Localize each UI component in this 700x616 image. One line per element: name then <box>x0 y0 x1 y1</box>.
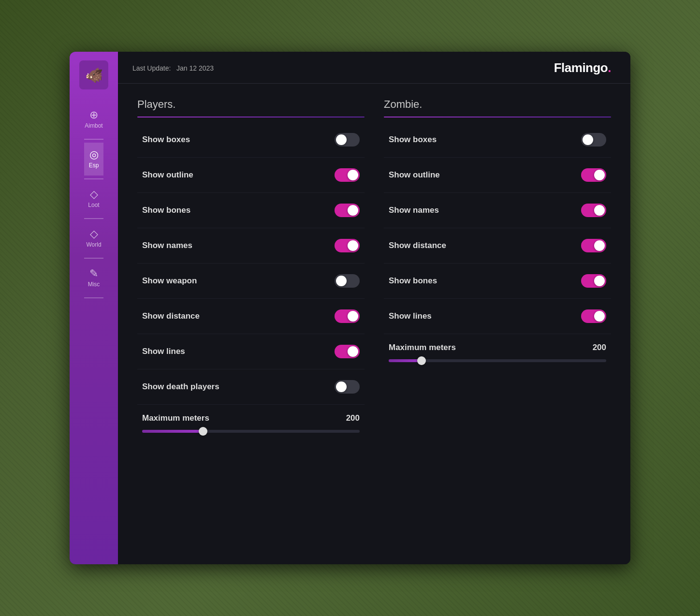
players-slider-fill <box>142 430 203 433</box>
zombie-show-outline-knob <box>594 170 605 180</box>
brand-dot: . <box>608 60 611 75</box>
sidebar-item-world[interactable]: ◇ World <box>84 222 103 255</box>
nav-divider-2 <box>84 178 103 179</box>
zombie-show-distance-knob <box>594 240 605 251</box>
players-show-outline-knob <box>348 170 358 180</box>
players-show-boxes-toggle[interactable] <box>335 133 360 147</box>
zombie-show-lines-toggle[interactable] <box>581 309 606 323</box>
zombie-show-boxes-row: Show boxes <box>384 122 611 158</box>
zombie-show-lines-knob <box>594 311 605 322</box>
players-show-distance-knob <box>348 311 358 322</box>
players-show-distance-toggle[interactable] <box>335 309 360 323</box>
sidebar-label-misc: Misc <box>88 281 100 288</box>
players-show-distance-row: Show distance <box>137 299 365 334</box>
sidebar-item-loot[interactable]: ◇ Loot <box>84 182 103 215</box>
loot-icon: ◇ <box>90 189 98 200</box>
players-show-lines-toggle[interactable] <box>335 345 360 358</box>
players-show-death-toggle[interactable] <box>335 380 360 394</box>
players-show-outline-toggle[interactable] <box>335 168 360 182</box>
zombie-show-names-row: Show names <box>384 193 611 228</box>
misc-icon: ✎ <box>89 268 98 279</box>
last-update-date: Jan 12 2023 <box>176 64 214 72</box>
players-show-death-toggle-wrapper <box>335 380 360 394</box>
svg-text:🐗: 🐗 <box>85 67 103 84</box>
zombie-show-outline-label: Show outline <box>389 170 440 180</box>
players-show-bones-knob <box>348 205 358 216</box>
players-show-boxes-toggle-wrapper <box>335 133 360 147</box>
sidebar-nav: ⊕ Aimbot ◎ Esp ◇ Loot ◇ World ✎ Misc <box>84 98 103 564</box>
players-show-boxes-row: Show boxes <box>137 122 365 158</box>
players-show-lines-row: Show lines <box>137 334 365 369</box>
zombie-show-bones-toggle[interactable] <box>581 274 606 288</box>
aimbot-icon: ⊕ <box>89 110 98 120</box>
content-area: Players. Show boxes Show outline <box>118 84 630 564</box>
zombie-show-distance-toggle[interactable] <box>581 239 606 252</box>
players-slider-thumb[interactable] <box>199 427 207 436</box>
players-show-bones-row: Show bones <box>137 193 365 228</box>
zombie-show-names-toggle[interactable] <box>581 204 606 217</box>
zombie-show-boxes-toggle[interactable] <box>581 133 606 147</box>
zombie-show-bones-row: Show bones <box>384 264 611 299</box>
zombie-show-bones-knob <box>594 276 605 286</box>
world-icon: ◇ <box>90 229 98 239</box>
zombie-title: Zombie. <box>384 98 611 111</box>
sidebar-item-misc[interactable]: ✎ Misc <box>84 262 103 294</box>
logo-image: 🐗 <box>79 60 108 89</box>
sidebar-label-world: World <box>86 241 101 248</box>
players-slider-section: Maximum meters 200 <box>137 405 365 438</box>
zombie-show-lines-toggle-wrapper <box>581 309 606 323</box>
players-show-distance-toggle-wrapper <box>335 309 360 323</box>
zombie-slider-thumb[interactable] <box>417 356 426 365</box>
zombie-show-distance-row: Show distance <box>384 228 611 264</box>
nav-divider-5 <box>84 297 103 298</box>
sidebar: 🐗 ⊕ Aimbot ◎ Esp ◇ Loot ◇ World <box>70 52 118 564</box>
sidebar-label-loot: Loot <box>88 202 99 208</box>
players-show-names-toggle[interactable] <box>335 239 360 252</box>
players-show-outline-label: Show outline <box>142 170 193 180</box>
players-show-bones-toggle[interactable] <box>335 204 360 217</box>
players-show-distance-label: Show distance <box>142 311 200 321</box>
sidebar-item-aimbot[interactable]: ⊕ Aimbot <box>84 103 103 136</box>
zombie-slider-track[interactable] <box>389 359 606 362</box>
zombie-slider-fill <box>389 359 422 362</box>
players-show-names-toggle-wrapper <box>335 239 360 252</box>
nav-divider-3 <box>84 218 103 219</box>
esp-icon: ◎ <box>89 149 99 160</box>
zombie-show-outline-toggle[interactable] <box>581 168 606 182</box>
logo-svg: 🐗 <box>81 62 107 88</box>
players-slider-value: 200 <box>346 413 360 423</box>
zombie-show-lines-label: Show lines <box>389 311 432 321</box>
zombie-show-names-label: Show names <box>389 205 439 215</box>
zombie-show-lines-row: Show lines <box>384 299 611 334</box>
zombie-slider-header: Maximum meters 200 <box>389 343 606 352</box>
zombie-slider-label: Maximum meters <box>389 343 456 352</box>
players-show-weapon-toggle[interactable] <box>335 274 360 288</box>
sidebar-item-esp[interactable]: ◎ Esp <box>84 143 103 176</box>
app-window: 🐗 ⊕ Aimbot ◎ Esp ◇ Loot ◇ World <box>70 52 630 564</box>
players-show-weapon-label: Show weapon <box>142 276 197 286</box>
zombie-show-outline-row: Show outline <box>384 158 611 193</box>
players-show-bones-label: Show bones <box>142 205 190 215</box>
zombie-slider-value: 200 <box>593 343 606 352</box>
zombie-show-distance-toggle-wrapper <box>581 239 606 252</box>
zombie-divider <box>384 117 611 117</box>
zombie-show-boxes-label: Show boxes <box>389 135 437 145</box>
brand: Flamingo. <box>554 60 611 75</box>
players-show-bones-toggle-wrapper <box>335 204 360 217</box>
players-show-weapon-toggle-wrapper <box>335 274 360 288</box>
players-slider-track[interactable] <box>142 430 360 433</box>
zombie-show-distance-label: Show distance <box>389 241 446 250</box>
players-show-boxes-label: Show boxes <box>142 135 190 145</box>
players-show-names-knob <box>348 240 358 251</box>
nav-divider-4 <box>84 258 103 259</box>
players-show-lines-label: Show lines <box>142 347 185 356</box>
players-column: Players. Show boxes Show outline <box>137 98 365 550</box>
players-show-death-label: Show death players <box>142 382 219 392</box>
top-bar: Last Update: Jan 12 2023 Flamingo. <box>118 52 630 84</box>
brand-name: Flamingo <box>554 60 608 75</box>
sidebar-logo: 🐗 <box>70 52 118 98</box>
players-show-boxes-knob <box>336 134 347 145</box>
players-slider-label: Maximum meters <box>142 413 209 423</box>
players-slider-header: Maximum meters 200 <box>142 413 360 423</box>
players-show-death-row: Show death players <box>137 369 365 405</box>
